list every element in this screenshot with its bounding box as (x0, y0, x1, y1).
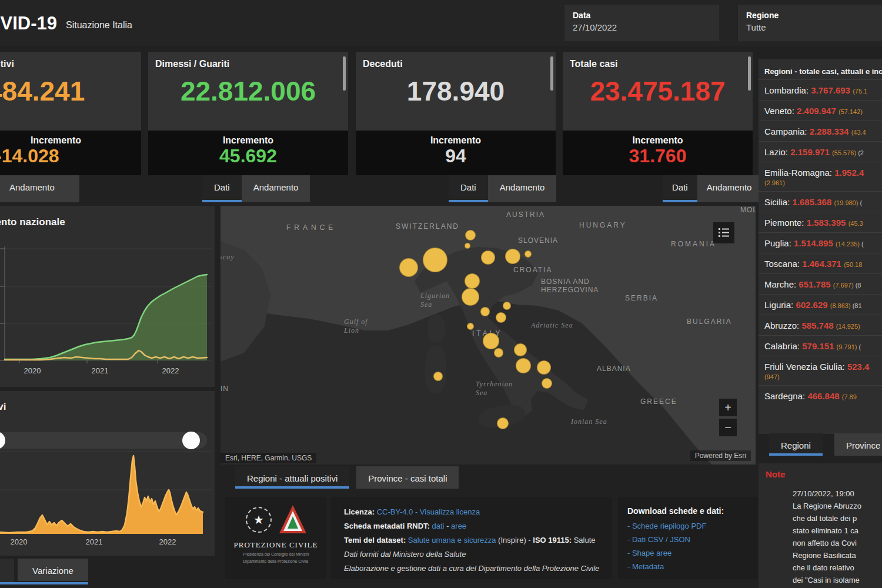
map-country-label: BOSNIA AND HERZEGOVINA (541, 278, 599, 294)
regions-panel-tabs: Regioni Province (769, 433, 882, 456)
region-marker-bubble[interactable] (514, 343, 527, 356)
map-attribution: Esri, HERE, Garmin, USGS (220, 453, 316, 463)
region-marker-bubble[interactable] (465, 243, 470, 249)
x-tick-label: 2020 (2, 537, 35, 546)
region-marker-bubble[interactable] (462, 288, 479, 306)
region-marker-bubble[interactable] (497, 417, 509, 429)
map-sea-label: iscay (220, 253, 235, 262)
region-row[interactable]: Puglia: 1.514.895 (14.235) ( (759, 232, 882, 253)
region-marker-bubble[interactable] (480, 307, 490, 316)
date-selector[interactable]: Data 27/10/2022 (564, 5, 719, 41)
license-link[interactable]: Salute umana e sicurezza (408, 536, 496, 544)
tab-andamento[interactable]: Andamento (697, 175, 761, 202)
zoom-in-button[interactable]: + (719, 399, 737, 416)
license-link[interactable]: CC-BY-4.0 - Visualizza licenza (377, 507, 480, 516)
card-deceduti-label: Deceduti (363, 59, 556, 69)
region-row[interactable]: Friuli Venezia Giulia: 523.4 (947) (759, 356, 882, 385)
region-increment-value: (2 (858, 149, 864, 156)
card-scrollbar[interactable] (343, 56, 346, 91)
region-active-value: (43.4 (851, 129, 866, 136)
note-line: dei "Casi in isolame (759, 574, 882, 586)
svg-text:2021: 2021 (92, 366, 109, 375)
region-total-value: 579.151 (802, 341, 836, 351)
region-increment-value: (8 (856, 282, 861, 289)
region-label: Regione (746, 11, 874, 20)
region-marker-bubble[interactable] (537, 360, 551, 375)
license-line: Scheda metadati RNDT: dati - aree (344, 522, 612, 530)
region-row[interactable]: Campania: 2.288.334 (43.4 (759, 121, 882, 141)
region-marker-bubble[interactable] (423, 248, 447, 272)
legend-button[interactable] (713, 222, 734, 243)
region-row[interactable]: Piemonte: 1.583.395 (45.3 (759, 212, 882, 232)
region-row[interactable]: Veneto: 2.409.947 (57.142) (759, 100, 882, 121)
region-marker-bubble[interactable] (524, 250, 532, 258)
download-link[interactable]: - Metadata (627, 562, 758, 571)
region-row[interactable]: Emilia-Romagna: 1.952.4 (2.961) (759, 162, 882, 191)
region-active-value: (45.3 (848, 220, 863, 227)
tab-andamento[interactable]: Andamento (488, 175, 557, 202)
card-guariti-increment: Incremento 45.692 (148, 131, 348, 175)
region-row[interactable]: Marche: 651.785 (7.697) (8 (759, 273, 882, 294)
region-row[interactable]: Sicilia: 1.685.368 (19.980) ( (759, 191, 882, 212)
download-link[interactable]: - Schede riepilogo PDF (627, 522, 758, 530)
region-row[interactable]: Lombardia: 3.767.693 (75.1 (759, 79, 882, 100)
region-active-value: (2.961) (764, 179, 882, 186)
region-active-value: (7.89 (842, 393, 857, 400)
region-marker-bubble[interactable] (516, 358, 531, 373)
italy-map[interactable]: FRANCESWITZERLANDAUSTRIASLOVENIAHUNGARYC… (220, 206, 756, 465)
region-row[interactable]: Toscana: 1.464.371 (50.18 (759, 253, 882, 273)
tab-regioni[interactable]: Regioni (769, 433, 823, 456)
powered-by-esri: Powered by Esri (690, 450, 751, 461)
region-total-value: 523.4 (847, 362, 870, 372)
card-positivi: Positivi 484.241 (0, 52, 141, 131)
region-marker-bubble[interactable] (481, 250, 495, 265)
region-marker-bubble[interactable] (494, 348, 503, 358)
zoom-out-button[interactable]: − (719, 419, 737, 436)
license-text: Salute (574, 536, 596, 544)
region-row[interactable]: Lazio: 2.159.971 (55.576) (2 (759, 141, 882, 162)
download-link[interactable]: - Dati CSV / JSON (627, 535, 758, 544)
license-link[interactable]: aree (451, 522, 466, 530)
region-marker-bubble[interactable] (483, 333, 499, 349)
region-total-value: 651.785 (799, 279, 833, 289)
region-marker-bubble[interactable] (433, 372, 443, 381)
region-row[interactable]: Liguria: 602.629 (8.863) (81 (759, 294, 882, 315)
svg-text:2020: 2020 (24, 366, 41, 375)
tab-dati[interactable]: Dati (449, 175, 488, 202)
card-totale-label: Totale casi (570, 59, 753, 69)
region-marker-bubble[interactable] (542, 378, 552, 389)
tab-andamento[interactable]: Andamento (242, 175, 310, 202)
card-guariti: Dimessi / Guariti 22.812.006 (148, 52, 348, 131)
covid-dashboard: COVID-19 Situazione Italia Data 27/10/20… (0, 0, 882, 588)
tab-dati-cropped[interactable] (0, 559, 14, 582)
region-marker-bubble[interactable] (505, 249, 520, 264)
region-marker-bubble[interactable] (496, 312, 506, 323)
region-row[interactable]: Sardegna: 466.848 (7.89 (759, 385, 882, 406)
tab-province-casi-totali[interactable]: Province - casi totali (356, 466, 459, 489)
region-selector[interactable]: Regione Tutte (738, 5, 882, 41)
region-marker-bubble[interactable] (465, 273, 480, 289)
download-link[interactable]: - Shape aree (627, 549, 758, 557)
logo-title: PROTEZIONE CIVILE (225, 540, 326, 550)
region-row[interactable]: Calabria: 579.151 (9.791) ( (759, 335, 882, 356)
tab-variazione[interactable]: Variazione (18, 559, 88, 581)
region-marker-bubble[interactable] (399, 258, 418, 277)
region-row[interactable]: Abruzzo: 585.748 (14.925) (759, 315, 882, 335)
card-scrollbar[interactable] (748, 56, 751, 91)
italy-emblem-icon: ★ (245, 505, 272, 534)
tab-province[interactable]: Province (834, 433, 882, 456)
region-name: Liguria: (764, 300, 796, 310)
tab-dati[interactable]: Dati (663, 175, 697, 202)
region-increment-value: ( (861, 240, 864, 248)
tab-regioni-attuali-positivi[interactable]: Regioni - attuali positivi (235, 466, 349, 489)
national-trend-title: Andamento nazionale (0, 216, 218, 228)
license-link[interactable]: dati (432, 522, 445, 530)
card-scrollbar[interactable] (550, 56, 553, 91)
region-marker-bubble[interactable] (465, 230, 476, 240)
region-active-value: (75.1 (853, 88, 867, 95)
map-country-label: CROATIA (513, 266, 552, 274)
region-marker-bubble[interactable] (503, 302, 511, 310)
tab-andamento[interactable]: Andamento (0, 175, 79, 202)
region-marker-bubble[interactable] (467, 323, 474, 330)
tab-dati[interactable]: Dati (202, 175, 242, 202)
